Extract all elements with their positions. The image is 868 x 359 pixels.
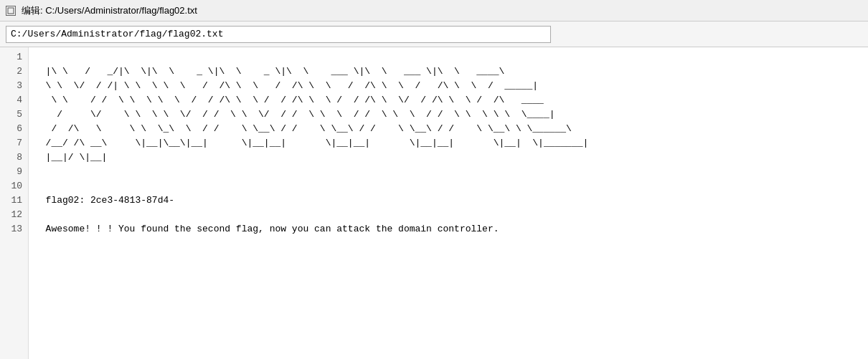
code-line: \ \ \/ / /| \ \ \ \ \ / /\ \ \ / /\ \ \ …: [34, 79, 862, 93]
svg-rect-0: [8, 8, 14, 14]
title-bar: 编辑: C:/Users/Administrator/flag/flag02.t…: [0, 0, 868, 21]
code-line: \ \ / / \ \ \ \ \ / / /\ \ \ / / /\ \ \ …: [34, 93, 862, 107]
code-line: [34, 208, 862, 222]
line-number: 4: [6, 93, 22, 107]
line-number: 10: [6, 179, 22, 193]
code-line: |__|/ \|__|: [34, 150, 862, 165]
code-line: [34, 179, 862, 193]
code-line: [34, 50, 862, 64]
line-number: 12: [6, 208, 22, 222]
editor-area: 12345678910111213 |\ \ / _/|\ \|\ \ _ \|…: [0, 47, 868, 359]
line-number: 1: [6, 50, 22, 64]
line-number: 11: [6, 193, 22, 208]
file-icon: [6, 6, 16, 16]
code-line: Awesome! ! ! You found the second flag, …: [34, 222, 862, 236]
line-number: 2: [6, 64, 22, 79]
line-number: 7: [6, 136, 22, 150]
code-content: |\ \ / _/|\ \|\ \ _ \|\ \ _ \|\ \ ___ \|…: [29, 47, 868, 359]
code-line: [34, 165, 862, 179]
path-input[interactable]: [6, 26, 551, 43]
line-numbers: 12345678910111213: [0, 47, 29, 359]
line-number: 8: [6, 150, 22, 165]
code-line: /__/ /\ __\ \|__|\__\|__| \|__|__| \|__|…: [34, 136, 862, 150]
line-number: 3: [6, 79, 22, 93]
code-line: / /\ \ \ \ \_\ \ / / \ \__\ / / \ \__\ /…: [34, 122, 862, 136]
line-number: 9: [6, 165, 22, 179]
code-line: flag02: 2ce3-4813-87d4-: [34, 193, 862, 208]
code-line: / \/ \ \ \ \ \/ / / \ \ \/ / / \ \ \ / /…: [34, 107, 862, 122]
line-number: 5: [6, 107, 22, 122]
line-number: 13: [6, 222, 22, 236]
toolbar: [0, 21, 868, 47]
window-title: 编辑: C:/Users/Administrator/flag/flag02.t…: [22, 4, 197, 17]
line-number: 6: [6, 122, 22, 136]
code-line: |\ \ / _/|\ \|\ \ _ \|\ \ _ \|\ \ ___ \|…: [34, 64, 862, 79]
